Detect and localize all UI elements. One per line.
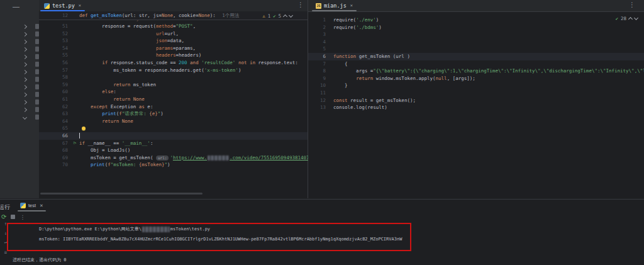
code-line[interactable]: 69 msToken = get_msToken( url:'https://w… bbox=[39, 154, 308, 162]
code-line[interactable]: 60 else: bbox=[39, 88, 308, 96]
line-number[interactable]: 12 bbox=[39, 11, 70, 20]
line-number[interactable]: 1 bbox=[308, 16, 328, 24]
tree-row[interactable] bbox=[0, 53, 39, 60]
line-number[interactable]: 65 bbox=[39, 125, 70, 132]
code-line[interactable]: 12const result = get_msToken(); bbox=[308, 97, 644, 104]
tree-chevron-icon[interactable] bbox=[23, 92, 27, 96]
code-line[interactable]: 63 print(f"请求异常: {e}") bbox=[39, 110, 308, 118]
code-line[interactable]: 9 return window.msToken.apply(null, [arg… bbox=[308, 75, 644, 82]
tree-row[interactable] bbox=[0, 68, 39, 76]
tree-row[interactable] bbox=[0, 45, 39, 53]
code-line[interactable]: 2require('./bdms') bbox=[308, 24, 644, 31]
code-line[interactable]: 56 if response.status_code == 200 and 'r… bbox=[39, 59, 308, 67]
line-number[interactable]: 13 bbox=[308, 104, 328, 111]
code-line[interactable]: 67▷if __name__ == '__main__': bbox=[39, 140, 308, 147]
code-line[interactable]: 64 return None bbox=[39, 118, 308, 125]
line-number[interactable]: 51 bbox=[39, 23, 70, 30]
more-options-icon[interactable]: ⋮ bbox=[297, 1, 304, 8]
tool-window-title[interactable]: 运行 bbox=[0, 203, 10, 211]
line-number[interactable]: 2 bbox=[308, 24, 328, 31]
tree-chevron-icon[interactable] bbox=[23, 62, 27, 66]
line-number[interactable]: 58 bbox=[39, 74, 70, 81]
rerun-icon[interactable]: ⟳ bbox=[1, 213, 6, 220]
close-tab-icon[interactable]: ✕ bbox=[79, 3, 81, 8]
line-number[interactable]: 69 bbox=[39, 154, 70, 162]
code-line[interactable]: 4 bbox=[308, 38, 644, 46]
line-number[interactable]: 9 bbox=[308, 75, 328, 82]
tree-chevron-icon[interactable] bbox=[23, 77, 27, 81]
tree-chevron-icon[interactable] bbox=[23, 99, 27, 104]
line-number[interactable]: 52 bbox=[39, 30, 70, 38]
line-number[interactable]: 56 bbox=[39, 59, 70, 67]
line-number[interactable]: 60 bbox=[39, 88, 70, 96]
tab-test-py[interactable]: test.py ✕ bbox=[39, 0, 86, 11]
code-area[interactable]: 1require('./env')2require('./bdms')3456f… bbox=[308, 16, 644, 111]
code-line[interactable]: 7 { bbox=[308, 60, 644, 68]
tree-row[interactable] bbox=[0, 30, 39, 38]
line-number[interactable]: 7 bbox=[308, 60, 328, 68]
tree-chevron-icon[interactable] bbox=[23, 47, 27, 51]
code-line[interactable]: 61 return None bbox=[39, 96, 308, 103]
tree-chevron-icon[interactable] bbox=[23, 84, 27, 89]
code-line[interactable]: 65 bbox=[39, 125, 308, 132]
code-line[interactable]: 5 bbox=[308, 45, 644, 53]
inspections-widget[interactable]: ✔28 bbox=[616, 16, 638, 21]
line-number[interactable]: 12 bbox=[308, 97, 328, 104]
line-number[interactable]: 57 bbox=[39, 67, 70, 74]
line-number[interactable]: 53 bbox=[39, 37, 70, 45]
inspections-widget[interactable]: ⚠1 ✔5 bbox=[263, 13, 292, 19]
tree-chevron-icon[interactable] bbox=[23, 31, 27, 36]
close-tab-icon[interactable]: ✕ bbox=[350, 3, 353, 8]
run-gutter-icon[interactable]: ▷ bbox=[70, 140, 79, 147]
tree-row[interactable] bbox=[0, 98, 39, 106]
code-area[interactable]: 51 response = request(method="POST",52 u… bbox=[39, 23, 308, 169]
tree-chevron-icon[interactable] bbox=[23, 24, 27, 28]
prev-problem-icon[interactable] bbox=[283, 14, 287, 19]
code-line[interactable]: 62 except Exception as e: bbox=[39, 103, 308, 111]
line-number[interactable]: 6 bbox=[308, 53, 328, 60]
line-number[interactable]: 8 bbox=[308, 67, 328, 75]
code-line[interactable]: 68 Obj = LoadJs() bbox=[39, 147, 308, 154]
tree-row[interactable] bbox=[0, 60, 39, 68]
code-line[interactable]: 55 headers=headers) bbox=[39, 52, 308, 59]
tree-row[interactable] bbox=[0, 83, 39, 91]
tree-row[interactable] bbox=[0, 113, 39, 121]
tree-chevron-icon[interactable] bbox=[23, 115, 27, 119]
code-line[interactable]: 52 url=url, bbox=[39, 30, 308, 38]
line-number[interactable]: 64 bbox=[39, 118, 70, 125]
line-number[interactable]: 62 bbox=[39, 103, 70, 111]
tree-chevron-icon[interactable] bbox=[23, 54, 27, 59]
tree-row[interactable] bbox=[0, 91, 39, 98]
code-line[interactable]: 51 response = request(method="POST", bbox=[39, 23, 308, 30]
code-line[interactable]: 70 print(f"msToken: {msToken}") bbox=[39, 161, 308, 169]
code-line[interactable]: 58 bbox=[39, 74, 308, 81]
code-line[interactable]: 1require('./env') bbox=[308, 16, 644, 24]
code-line[interactable]: 3 bbox=[308, 31, 644, 38]
code-line[interactable]: 53 json=data, bbox=[39, 37, 308, 45]
code-line[interactable]: 8 args ="{\"battery\":{\"charging\":1,\"… bbox=[308, 67, 644, 75]
line-number[interactable]: 63 bbox=[39, 110, 70, 118]
tree-chevron-icon[interactable] bbox=[23, 69, 27, 74]
line-number[interactable]: 11 bbox=[308, 89, 328, 97]
more-options-icon[interactable]: ⋮ bbox=[19, 214, 25, 220]
line-number[interactable]: 55 bbox=[39, 52, 70, 59]
next-problem-icon[interactable] bbox=[289, 13, 293, 18]
line-number[interactable]: 5 bbox=[308, 45, 328, 53]
line-number[interactable]: 67 bbox=[39, 140, 70, 147]
line-number[interactable]: 3 bbox=[308, 31, 328, 38]
tree-chevron-icon[interactable] bbox=[23, 107, 27, 111]
tree-row[interactable] bbox=[0, 38, 39, 45]
next-problem-icon[interactable] bbox=[634, 16, 638, 20]
line-number[interactable]: 61 bbox=[39, 96, 70, 103]
tree-row[interactable] bbox=[0, 76, 39, 83]
stop-icon[interactable] bbox=[11, 215, 15, 219]
tree-row[interactable] bbox=[0, 106, 39, 113]
hide-panel-icon[interactable]: — bbox=[13, 3, 19, 10]
line-number[interactable]: 10 bbox=[308, 82, 328, 89]
code-line[interactable]: 11 bbox=[308, 89, 644, 97]
tab-mian-js[interactable]: JS mian.js ✕ bbox=[311, 0, 358, 11]
run-tab-test[interactable]: test ✕ bbox=[16, 200, 47, 211]
tree-chevron-icon[interactable] bbox=[23, 39, 27, 43]
code-line[interactable]: 59 return ms_token bbox=[39, 81, 308, 89]
code-line[interactable]: 6function get_msToken (url ) bbox=[308, 53, 644, 60]
